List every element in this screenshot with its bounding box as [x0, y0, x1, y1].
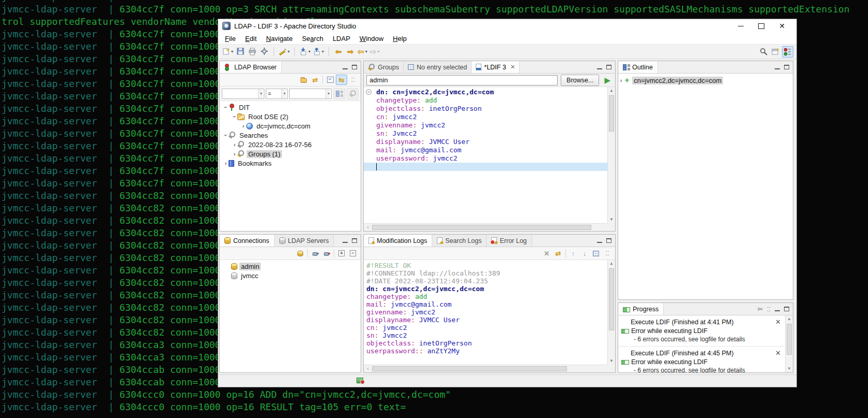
chevron-down-icon[interactable]: ›: [223, 105, 229, 110]
edit-entry-pencil-icon[interactable]: ▾: [278, 46, 291, 57]
connections-list[interactable]: adminjvmcc: [220, 260, 361, 372]
logs-horizontal-scrollbar[interactable]: ‹: [364, 365, 607, 372]
tab-outline[interactable]: Outline: [618, 61, 658, 73]
chevron-down-icon[interactable]: ›: [223, 133, 229, 138]
title-bar[interactable]: LDAP - LDIF 3 - Apache Directory Studio …: [218, 19, 796, 33]
new-connection-icon[interactable]: [294, 248, 306, 258]
tab-search-logs[interactable]: Search Logs: [432, 235, 487, 247]
maximize-view-icon[interactable]: [352, 65, 357, 69]
minimize-view-icon[interactable]: [775, 68, 780, 69]
chevron-right-icon[interactable]: ›: [223, 160, 229, 166]
view-menu-icon[interactable]: ⁚⁚: [602, 248, 613, 258]
view-menu-icon[interactable]: ⁚⁚: [767, 307, 771, 312]
tab-modification-logs[interactable]: Modification Logs: [364, 235, 432, 247]
back-history-icon[interactable]: ⇦▾: [357, 46, 368, 57]
minimize-view-icon[interactable]: [343, 68, 348, 69]
chevron-right-icon[interactable]: ›: [232, 151, 237, 157]
export-log-icon[interactable]: [590, 248, 602, 258]
chevron-right-icon[interactable]: ›: [618, 77, 624, 83]
newer-log-icon[interactable]: ↓: [579, 248, 590, 258]
export-icon[interactable]: ▾: [312, 46, 325, 57]
quick-filter-icon[interactable]: [347, 88, 359, 99]
browse-button[interactable]: Browse...: [561, 75, 599, 86]
filter-operator-select[interactable]: =▾: [266, 89, 288, 99]
menu-help[interactable]: Help: [388, 34, 411, 44]
modification-logs-body[interactable]: #!RESULT OK#!CONNECTION ldap://localhost…: [364, 260, 615, 372]
tab-error-log[interactable]: Error Log: [487, 235, 532, 247]
view-menu-icon[interactable]: ⁚⁚: [347, 75, 359, 85]
filter-attribute-select[interactable]: ▾: [222, 89, 264, 99]
minimize-icon[interactable]: [730, 20, 751, 32]
print-icon[interactable]: [247, 46, 258, 57]
chevron-right-icon[interactable]: ›: [232, 141, 237, 148]
tree-item-groups-1-[interactable]: ›Groups (1): [220, 149, 361, 158]
cancel-job-icon[interactable]: ✕: [773, 318, 783, 326]
maximize-view-icon[interactable]: [784, 65, 789, 69]
editor-tab-groups[interactable]: Groups: [364, 61, 404, 73]
progress-scrollbar[interactable]: ▲▼: [785, 315, 793, 372]
menu-ldap[interactable]: LDAP: [328, 34, 355, 44]
chevron-down-icon[interactable]: ›: [232, 114, 238, 120]
chevron-right-icon[interactable]: ›: [240, 123, 246, 129]
tab-connections[interactable]: Connections: [220, 235, 275, 247]
collapse-all-icon[interactable]: [324, 75, 336, 85]
refresh-icon[interactable]: ⇄: [309, 75, 321, 85]
modification-logs-status-icon[interactable]: [357, 377, 365, 384]
menu-file[interactable]: File: [220, 34, 240, 44]
forward-history-icon[interactable]: ⇨▾: [369, 46, 381, 57]
connection-item-jvmcc[interactable]: jvmcc: [220, 271, 361, 280]
editor-vertical-scrollbar[interactable]: ▲▼: [607, 87, 615, 223]
tree-item-searches[interactable]: ›Searches: [220, 131, 361, 140]
menu-edit[interactable]: Edit: [240, 34, 261, 44]
import-icon[interactable]: ▾: [298, 46, 311, 57]
remove-all-finished-icon[interactable]: ✂: [758, 306, 763, 313]
hierarchy-icon[interactable]: [333, 88, 345, 99]
preferences-gear-icon[interactable]: [259, 46, 270, 57]
tree-item-2022-08-23-16-07-56[interactable]: ›2022-08-23 16-07-56: [220, 140, 361, 149]
menu-navigate[interactable]: Navigate: [261, 34, 297, 44]
ldif-editor[interactable]: −dn: cn=jvmcc2,dc=jvmcc,dc=comchangetype…: [364, 87, 615, 231]
minimize-view-icon[interactable]: [597, 242, 602, 243]
connection-item-admin[interactable]: admin: [220, 262, 361, 271]
tab-ldap-browser[interactable]: LDAP Browser: [220, 61, 282, 73]
menu-window[interactable]: Window: [355, 34, 388, 44]
tab-ldap-servers[interactable]: LDAP Servers: [275, 235, 334, 247]
tree-item-dit[interactable]: ›DIT: [220, 103, 361, 112]
close-icon[interactable]: ✕: [772, 20, 792, 32]
link-with-editor-icon[interactable]: ⇆: [336, 75, 347, 85]
save-icon[interactable]: [235, 46, 246, 57]
editor-horizontal-scrollbar[interactable]: ‹: [364, 223, 607, 231]
editor-tab--ldif-3[interactable]: *LDIF 3✕: [472, 61, 520, 73]
outline-item[interactable]: › cn=jvmcc2,dc=jvmcc,dc=com: [618, 76, 793, 85]
filter-value-select[interactable]: ▾: [289, 89, 332, 99]
dn-input[interactable]: [366, 75, 558, 85]
tree-item-bookmarks[interactable]: ›Bookmarks: [220, 158, 361, 168]
maximize-view-icon[interactable]: [784, 307, 789, 311]
minimize-view-icon[interactable]: [597, 68, 602, 69]
ldap-browser-tree[interactable]: ›DIT›Root DSE (2)›dc=jvmcc,dc=com›Search…: [220, 101, 361, 231]
fold-minus-icon[interactable]: −: [366, 89, 372, 95]
minimize-view-icon[interactable]: [343, 242, 348, 243]
close-tab-icon[interactable]: ✕: [510, 64, 515, 70]
execute-ldif-icon[interactable]: ▶: [604, 76, 610, 84]
clear-log-icon[interactable]: ✕: [541, 248, 552, 258]
minimize-view-icon[interactable]: [775, 310, 780, 311]
tree-item-dc-jvmcc-dc-com[interactable]: ›dc=jvmcc,dc=com: [220, 121, 361, 131]
forward-location-icon[interactable]: ➡: [345, 46, 356, 57]
open-perspective-icon[interactable]: [770, 46, 781, 57]
close-connection-icon[interactable]: [321, 248, 332, 258]
maximize-icon[interactable]: [751, 20, 772, 32]
new-wizard-icon[interactable]: ▾: [221, 46, 234, 57]
ldap-perspective-icon[interactable]: [782, 46, 793, 57]
menu-search[interactable]: Search: [297, 34, 328, 44]
maximize-view-icon[interactable]: [606, 238, 611, 243]
cancel-job-icon[interactable]: ✕: [773, 349, 783, 357]
logs-vertical-scrollbar[interactable]: ▲▼: [607, 260, 615, 365]
expand-all-icon[interactable]: [336, 248, 347, 258]
maximize-view-icon[interactable]: [352, 238, 357, 243]
tree-item-root-dse-2-[interactable]: ›Root DSE (2): [220, 112, 361, 121]
editor-tab-no-entry-selected[interactable]: No entry selected: [404, 61, 472, 73]
maximize-view-icon[interactable]: [606, 65, 611, 69]
refresh-icon[interactable]: ⇄: [552, 248, 564, 258]
parent-entry-icon[interactable]: [298, 75, 309, 85]
